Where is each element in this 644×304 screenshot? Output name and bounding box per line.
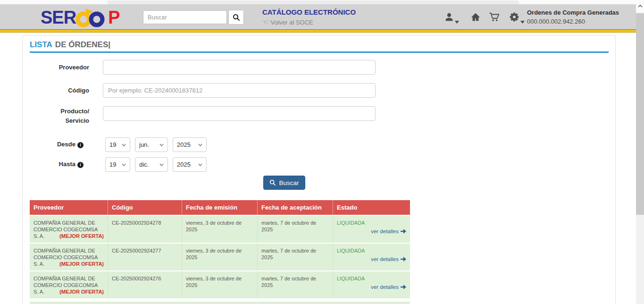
orders-summary-label: Ordenes de Compra Generadas [527,9,630,16]
settings-button[interactable] [509,12,519,24]
arrow-right-icon [401,285,406,289]
ver-detalles-link[interactable]: ver detalles [371,228,406,235]
table-row: COMPAÑIA GENERAL DE COMERCIO COGECOMSA S… [30,216,410,244]
col-header-estado: Estado [333,200,410,215]
mejor-oferta-badge: (MEJOR OFERTA) [59,233,104,239]
header-search-button[interactable] [228,10,244,25]
hasta-month-select[interactable]: dic. [135,157,168,172]
logo-text-p: P [108,8,119,27]
content-area: LISTADE ÓRDENES| Proveedor Código Produc… [0,33,636,304]
user-icon [444,12,454,22]
desde-info-icon[interactable]: i [77,142,84,148]
cell-emision: viernes, 3 de octubre de 2025 [182,244,258,270]
scrollbar-thumb[interactable] [636,13,644,215]
back-to-soce-label: Volver al SOCE [270,19,313,26]
logo-text-ser: SER [41,8,76,27]
top-strip [0,0,636,4]
desde-year-value: 2025 [177,141,191,148]
ver-detalles-label: ver detalles [371,256,399,262]
sercop-logo[interactable]: SER P [41,7,120,28]
cell-proveedor: COMPAÑIA GENERAL DE COMERCIO COGECOMSA S… [30,244,108,270]
hasta-month-value: dic. [139,161,149,168]
producto-label-line2: Servicio [23,116,89,126]
cell-codigo: CE-20250002924277 [108,244,182,270]
desde-label-text: Desde [57,141,75,148]
cell-codigo: CE-20250002924278 [108,216,182,243]
chevron-down-icon [122,163,126,166]
producto-servicio-label: Producto/ Servicio [23,107,89,126]
vertical-scrollbar[interactable] [636,0,644,304]
producto-label-line1: Producto/ [23,107,89,116]
mejor-oferta-badge: (MEJOR OFERTA) [59,288,104,295]
page-title: LISTADE ÓRDENES| [30,40,110,50]
table-row: COMPAÑIA GENERAL DE COMERCIO COGECOMSA S… [30,271,410,299]
header-search [143,10,244,25]
hasta-year-value: 2025 [177,161,191,168]
cart-button[interactable] [489,12,500,24]
app-title-block: CATÁLOGO ELECTRÓNICO ☜ Volver al SOCE [262,8,356,26]
cell-proveedor: COMPAÑIA GENERAL DE COMERCIO COGECOMSA S… [30,271,108,298]
cell-emision: viernes, 3 de octubre de 2025 [182,271,258,298]
chevron-down-icon [159,163,164,166]
home-button[interactable] [470,12,481,24]
status-badge: LIQUIDADA [337,248,365,253]
orders-table: Proveedor Código Fecha de emisión Fecha … [30,200,410,304]
header-search-input[interactable] [143,10,227,24]
proveedor-label: Proveedor [23,64,89,71]
status-badge: LIQUIDADA [337,220,365,226]
settings-menu-caret[interactable] [520,17,525,25]
desde-day-select[interactable]: 19 [105,137,130,152]
ver-detalles-link[interactable]: ver detalles [371,284,406,290]
col-header-aceptacion: Fecha de aceptación [258,200,333,215]
chevron-down-icon [159,144,164,146]
chevron-up-icon [638,5,643,8]
col-header-proveedor: Proveedor [30,200,108,215]
status-badge: LIQUIDADA [337,276,365,281]
arrow-right-icon [401,229,406,234]
hasta-info-icon[interactable]: i [77,162,84,168]
chevron-down-icon [198,144,202,146]
ver-detalles-label: ver detalles [371,228,399,235]
cell-emision: viernes, 3 de octubre de 2025 [182,216,258,243]
table-header-row: Proveedor Código Fecha de emisión Fecha … [30,200,410,216]
cell-aceptacion: martes, 7 de octubre de 2025 [258,271,333,298]
chevron-down-icon [198,163,202,166]
desde-label: Desdei [23,141,84,148]
gold-divider [0,29,636,33]
user-menu-button[interactable] [444,12,454,24]
scrollbar-up-button[interactable] [636,0,644,12]
table-row-partial [30,302,410,304]
user-menu-caret[interactable] [455,17,459,25]
buscar-button-label: Buscar [279,179,299,186]
cart-icon [489,12,500,22]
cell-codigo: CE-20250002924276 [108,271,182,298]
caret-down-icon [520,21,525,24]
page-title-highlight: LISTA [30,40,52,49]
arrow-right-icon [401,257,406,262]
cell-estado: LIQUIDADA ver detalles [333,244,410,270]
desde-month-select[interactable]: jun. [135,137,168,152]
desde-year-select[interactable]: 2025 [173,137,207,152]
caret-down-icon [455,21,459,24]
back-to-soce-link[interactable]: ☜ Volver al SOCE [262,18,356,26]
logo-rings-icon [75,7,109,28]
chevron-down-icon [122,144,126,146]
proveedor-input[interactable] [103,60,376,75]
ver-detalles-link[interactable]: ver detalles [371,256,406,262]
mejor-oferta-badge: (MEJOR OFERTA) [59,261,104,267]
col-header-codigo: Código [108,200,182,215]
header-bar: SER P CATÁLOGO ELECTRÓNICO ☜ Volver al S… [0,4,636,29]
cell-estado: LIQUIDADA ver detalles [333,271,410,298]
codigo-input[interactable] [103,83,376,98]
orders-summary: Ordenes de Compra Generadas 000.000.002.… [527,9,630,25]
table-row: COMPAÑIA GENERAL DE COMERCIO COGECOMSA S… [30,244,410,271]
app-title: CATÁLOGO ELECTRÓNICO [262,8,356,16]
producto-servicio-input[interactable] [103,106,376,121]
buscar-button[interactable]: Buscar [263,176,305,190]
desde-day-value: 19 [109,141,116,148]
hasta-year-select[interactable]: 2025 [173,157,207,172]
search-icon [269,179,276,186]
orders-card: LISTADE ÓRDENES| Proveedor Código Produc… [22,35,616,304]
hasta-day-select[interactable]: 19 [105,157,130,172]
page-title-rest: DE ÓRDENES| [55,40,110,49]
